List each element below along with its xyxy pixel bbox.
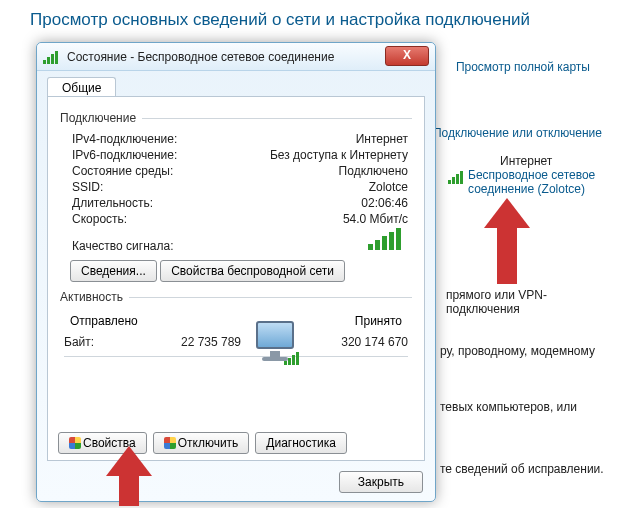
wifi-icon: [43, 50, 61, 64]
annotation-arrow-right: [484, 198, 530, 284]
status-dialog: Состояние - Беспроводное сетевое соедине…: [36, 42, 436, 502]
bg-text-wired: ру, проводному, модемному: [440, 344, 595, 358]
bytes-label: Байт:: [64, 335, 124, 349]
wireless-connection-link[interactable]: Беспроводное сетевоесоединение (Zolotce): [468, 168, 595, 196]
view-full-map-link[interactable]: Просмотр полной карты: [456, 60, 590, 74]
group-connection-label: Подключение: [60, 111, 136, 125]
disable-button[interactable]: Отключить: [153, 432, 250, 454]
ssid-value: Zolotce: [369, 180, 408, 194]
group-activity-label: Активность: [60, 290, 123, 304]
connect-disconnect-link[interactable]: Подключение или отключение: [433, 126, 602, 140]
dialog-titlebar: Состояние - Беспроводное сетевое соедине…: [37, 43, 435, 71]
dialog-close-button[interactable]: X: [385, 46, 429, 66]
bytes-received-value: 320 174 670: [298, 335, 408, 349]
media-state-value: Подключено: [339, 164, 408, 178]
ipv4-label: IPv4-подключение:: [72, 132, 177, 146]
dialog-title: Состояние - Беспроводное сетевое соедине…: [67, 50, 334, 64]
ipv4-value: Интернет: [356, 132, 408, 146]
tab-general[interactable]: Общие: [47, 77, 116, 98]
shield-icon: [164, 437, 176, 449]
duration-label: Длительность:: [72, 196, 153, 210]
wireless-properties-button[interactable]: Свойства беспроводной сети: [160, 260, 345, 282]
speed-value: 54.0 Мбит/с: [343, 212, 408, 226]
shield-icon: [69, 437, 81, 449]
ipv6-value: Без доступа к Интернету: [270, 148, 408, 162]
speed-label: Скорость:: [72, 212, 127, 226]
close-button[interactable]: Закрыть: [339, 471, 423, 493]
bg-text-computers: тевых компьютеров, или: [440, 400, 577, 414]
internet-label: Интернет: [500, 154, 552, 168]
bg-text-fix: те сведений об исправлении.: [440, 462, 604, 476]
ssid-label: SSID:: [72, 180, 103, 194]
ipv6-label: IPv6-подключение:: [72, 148, 177, 162]
diagnose-button[interactable]: Диагностика: [255, 432, 347, 454]
annotation-arrow-left: [106, 446, 152, 506]
page-title: Просмотр основных сведений о сети и наст…: [30, 10, 530, 30]
signal-quality-icon: [368, 228, 408, 253]
tab-general-body: Подключение IPv4-подключение:Интернет IP…: [47, 96, 425, 461]
received-label: Принято: [355, 314, 402, 328]
details-button[interactable]: Сведения...: [70, 260, 157, 282]
sent-label: Отправлено: [70, 314, 138, 328]
duration-value: 02:06:46: [361, 196, 408, 210]
bg-text-vpn: прямого или VPN-подключения: [446, 288, 620, 316]
media-state-label: Состояние среды:: [72, 164, 173, 178]
signal-quality-label: Качество сигнала:: [72, 239, 173, 253]
